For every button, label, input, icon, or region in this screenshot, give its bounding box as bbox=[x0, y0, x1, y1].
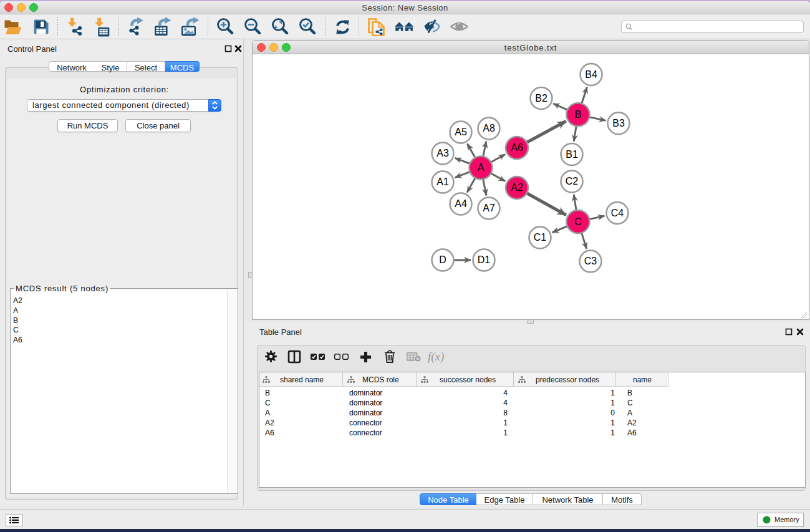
svg-text:C1: C1 bbox=[534, 232, 547, 243]
svg-text:A3: A3 bbox=[436, 148, 449, 158]
svg-text:D: D bbox=[439, 254, 446, 265]
svg-text:A5: A5 bbox=[455, 127, 467, 137]
svg-text:B4: B4 bbox=[585, 69, 597, 80]
svg-text:C2: C2 bbox=[566, 176, 579, 186]
svg-text:A1: A1 bbox=[436, 177, 449, 187]
svg-text:A: A bbox=[478, 162, 485, 173]
svg-text:B3: B3 bbox=[612, 118, 625, 128]
svg-text:A6: A6 bbox=[511, 142, 523, 153]
svg-text:C4: C4 bbox=[611, 208, 624, 218]
svg-text:A2: A2 bbox=[511, 182, 523, 193]
svg-text:A8: A8 bbox=[483, 123, 495, 133]
svg-text:D1: D1 bbox=[478, 254, 491, 265]
svg-text:A7: A7 bbox=[483, 203, 495, 213]
svg-text:B1: B1 bbox=[566, 149, 578, 160]
svg-text:C3: C3 bbox=[584, 256, 597, 266]
svg-text:B: B bbox=[575, 109, 582, 120]
svg-text:A4: A4 bbox=[455, 198, 467, 209]
svg-text:B2: B2 bbox=[535, 93, 547, 104]
svg-text:C: C bbox=[574, 216, 582, 227]
